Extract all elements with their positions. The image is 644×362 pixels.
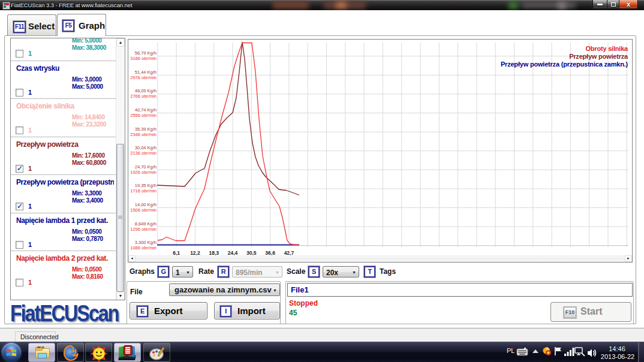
svg-text:3,300 Kg/h: 3,300 Kg/h <box>135 240 157 245</box>
svg-text:1926 obr/min: 1926 obr/min <box>130 170 157 175</box>
svg-text:1086 obr/min: 1086 obr/min <box>130 245 157 251</box>
svg-text:8,649 Kg/h: 8,649 Kg/h <box>135 221 157 227</box>
svg-text:51,44 Kg/h: 51,44 Kg/h <box>135 70 157 75</box>
svg-text:2976 obr/min: 2976 obr/min <box>130 75 157 80</box>
svg-text:46,09 Kg/h: 46,09 Kg/h <box>135 88 157 93</box>
svg-text:30,04 Kg/h: 30,04 Kg/h <box>135 145 157 150</box>
svg-text:2556 obr/min: 2556 obr/min <box>130 113 157 118</box>
svg-text:2136 obr/min: 2136 obr/min <box>130 150 157 156</box>
svg-text:24,70 Kg/h: 24,70 Kg/h <box>135 164 157 170</box>
svg-text:14,00 Kg/h: 14,00 Kg/h <box>135 202 157 207</box>
svg-text:56,79 Kg/h: 56,79 Kg/h <box>135 50 157 56</box>
svg-text:35,39 Kg/h: 35,39 Kg/h <box>135 126 157 132</box>
svg-text:2766 obr/min: 2766 obr/min <box>130 93 157 99</box>
svg-text:40,74 Kg/h: 40,74 Kg/h <box>135 107 157 113</box>
svg-text:3186 obr/min: 3186 obr/min <box>130 56 157 61</box>
svg-text:1296 obr/min: 1296 obr/min <box>130 227 157 232</box>
svg-text:2346 obr/min: 2346 obr/min <box>130 132 157 137</box>
svg-text:1506 obr/min: 1506 obr/min <box>130 207 157 213</box>
svg-text:1716 obr/min: 1716 obr/min <box>130 188 157 194</box>
svg-text:19,35 Kg/h: 19,35 Kg/h <box>135 183 157 188</box>
